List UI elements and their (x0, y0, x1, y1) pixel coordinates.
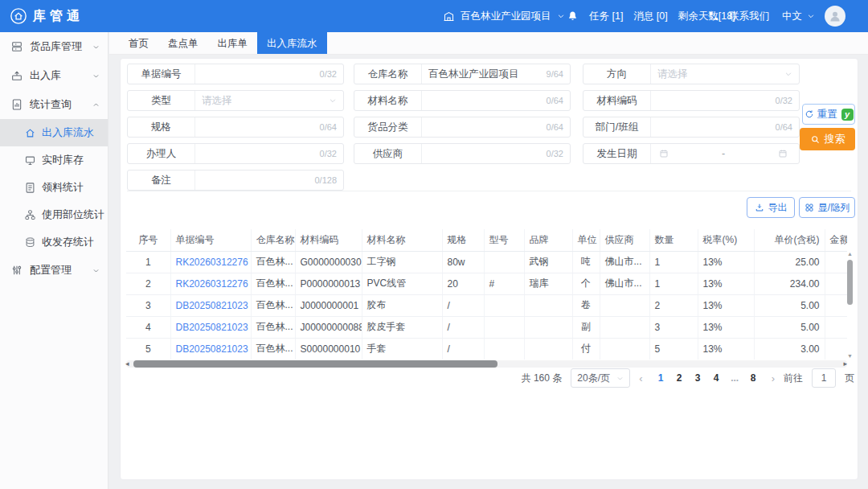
prev-page-icon[interactable]: ‹ (639, 372, 642, 384)
next-page-icon[interactable]: › (772, 372, 775, 384)
table-cell: 1 (126, 251, 170, 273)
table-cell (600, 316, 649, 338)
field-goods-category[interactable]: 货品分类 0/64 (354, 117, 571, 138)
sidebar-item-config[interactable]: 配置管理 (0, 256, 108, 285)
language-switcher[interactable]: 中文 (782, 10, 802, 23)
table-cell: 3 (126, 294, 170, 316)
page-number[interactable]: 2 (670, 372, 689, 384)
page-size-select[interactable]: 20条/页 (571, 368, 630, 388)
table-cell: 4 (126, 316, 170, 338)
field-remark[interactable]: 备注 0/128 (127, 170, 344, 191)
table-cell: 百色林... (251, 338, 295, 360)
sidebar-item-label: 实时库存 (42, 153, 84, 167)
sidebar-item-realtime-stock[interactable]: 实时库存 (0, 146, 108, 174)
reset-button[interactable]: 重置 y (802, 104, 855, 125)
column-header: 数量 (649, 229, 698, 251)
page-number[interactable]: 8 (744, 372, 763, 384)
search-icon (810, 134, 821, 145)
field-spec[interactable]: 规格 0/64 (127, 117, 344, 138)
field-doc-number[interactable]: 单据编号 0/32 (127, 64, 344, 84)
scroll-up-icon[interactable]: ▲ (847, 251, 853, 257)
flow-house-icon (24, 127, 36, 139)
field-material-code[interactable]: 材料编码 0/32 (583, 90, 800, 111)
sidebar-item-usage-stats[interactable]: 使用部位统计 (0, 201, 108, 228)
list-document-icon (24, 182, 36, 194)
avatar[interactable] (825, 6, 845, 27)
building-icon (443, 10, 455, 23)
bell-icon[interactable] (567, 10, 579, 23)
char-counter: 0/64 (317, 122, 337, 132)
field-supplier[interactable]: 供应商 0/32 (354, 143, 571, 164)
page-ellipsis[interactable]: ... (726, 372, 744, 384)
chevron-down-icon (784, 70, 792, 78)
table-cell (600, 338, 649, 360)
page-number[interactable]: 4 (707, 372, 726, 384)
table-cell: 5.00 (754, 294, 825, 316)
sidebar-item-goods-warehouse[interactable]: 货品库管理 (0, 32, 108, 61)
field-direction-select[interactable]: 方向 请选择 (583, 64, 800, 84)
doc-no-link[interactable]: DB20250821023 (170, 316, 251, 338)
field-material-name[interactable]: 材料名称 0/64 (354, 90, 571, 111)
table-cell (825, 294, 847, 316)
sidebar-item-in-out[interactable]: 出入库 (0, 61, 108, 90)
vertical-scrollbar-thumb[interactable] (847, 260, 853, 305)
field-type-select[interactable]: 类型 请选择 (127, 90, 344, 111)
tasks-link[interactable]: 任务 [1] (589, 10, 623, 23)
doc-no-link[interactable]: DB20250821023 (170, 338, 251, 360)
tab-home[interactable]: 首页 (119, 32, 158, 54)
field-label: 供应商 (354, 144, 422, 163)
column-header: 序号 (126, 229, 170, 251)
table-cell: 5 (649, 338, 698, 360)
doc-no-link[interactable]: DB20250821023 (170, 294, 251, 316)
sidebar-item-inout-stock-stats[interactable]: 收发存统计 (0, 228, 108, 256)
column-header: 规格 (442, 229, 484, 251)
tab-outbound[interactable]: 出库单 (208, 32, 258, 54)
field-handler[interactable]: 办理人 0/32 (127, 143, 344, 164)
sidebar-item-label: 领料统计 (42, 180, 84, 195)
app-title: 库管通 (33, 8, 84, 25)
sidebar-item-stats-query[interactable]: 统计查询 (0, 90, 108, 119)
sidebar: 货品库管理 出入库 统计查询 出入库流水 实时库存 领料统计 使用部位统计 收发… (0, 32, 108, 489)
doc-no-link[interactable]: RK20260312276 (170, 251, 251, 273)
project-name: 百色林业产业园项目 (461, 10, 551, 23)
table-cell: P0000000013 (295, 273, 362, 294)
field-label: 备注 (128, 171, 195, 190)
page-number[interactable]: 1 (652, 372, 670, 384)
vertical-scrollbar[interactable]: ▲ ▼ (846, 251, 854, 360)
table-cell: J00000000088 (295, 316, 362, 338)
sidebar-item-inout-flow[interactable]: 出入库流水 (0, 119, 108, 146)
show-hide-columns-button[interactable]: 显/隐列 (799, 197, 855, 218)
tab-inout-flow[interactable]: 出入库流水 (257, 32, 327, 54)
scroll-down-icon[interactable]: ▼ (846, 353, 854, 360)
field-label: 单据编号 (128, 64, 195, 84)
column-header: 材料编码 (295, 229, 362, 251)
field-label: 部门/班组 (583, 117, 651, 137)
calendar-icon (659, 149, 669, 158)
messages-link[interactable]: 消息 [0] (633, 10, 667, 23)
field-date-range[interactable]: 发生日期 - (583, 143, 800, 164)
page-numbers: 1234...8 (652, 372, 763, 384)
field-department[interactable]: 部门/班组 0/64 (583, 117, 800, 138)
field-label: 发生日期 (583, 144, 651, 163)
field-warehouse-name[interactable]: 仓库名称 百色林业产业园项目 9/64 (354, 64, 571, 84)
goto-page-input[interactable] (812, 368, 836, 388)
project-switcher[interactable]: 百色林业产业园项目 (443, 0, 565, 32)
table-cell: PVC线管 (362, 273, 442, 294)
sidebar-item-material-stats[interactable]: 领料统计 (0, 174, 108, 201)
horizontal-scrollbar-thumb[interactable] (133, 360, 497, 368)
table-cell: 13% (698, 273, 754, 294)
horizontal-scrollbar[interactable]: ◂ ▸ (126, 360, 847, 368)
page-number[interactable]: 3 (689, 372, 707, 384)
contact-us-link[interactable]: 联系我们 (729, 10, 769, 23)
table-cell: 胶皮手套 (362, 316, 442, 338)
scroll-right-icon[interactable]: ▸ (843, 360, 847, 368)
char-counter: 9/64 (543, 69, 563, 79)
tab-stocktaking[interactable]: 盘点单 (158, 32, 208, 54)
export-button[interactable]: 导出 (747, 197, 795, 218)
brand: 库管通 (10, 0, 84, 32)
doc-no-link[interactable]: RK20260312276 (170, 273, 251, 294)
scroll-left-icon[interactable]: ◂ (125, 360, 129, 368)
table-cell: 百色林... (251, 251, 295, 273)
data-table-viewport: 序号单据编号仓库名称材料编码材料名称规格型号品牌单位供应商数量税率(%)单价(含… (126, 229, 847, 360)
search-button[interactable]: 搜索 (800, 128, 855, 150)
